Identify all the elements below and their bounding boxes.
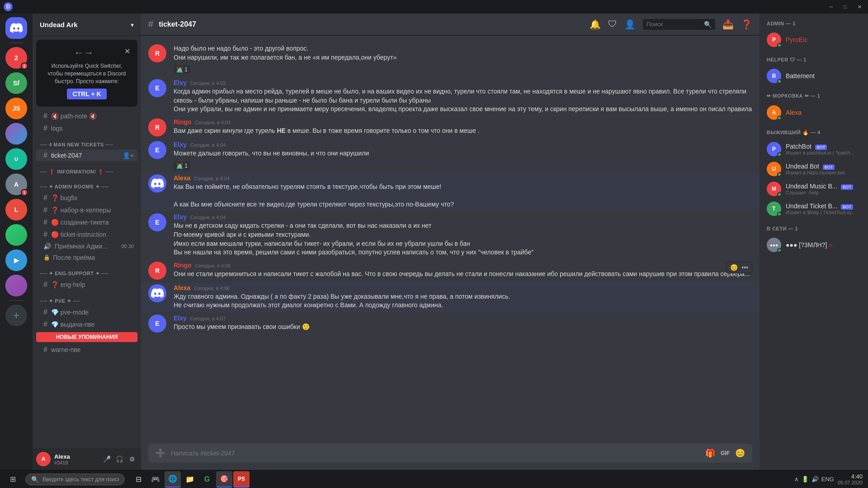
server-header[interactable]: Undead Ark ▾ [33,14,141,36]
server-icon-sf[interactable]: Sf [5,72,27,94]
channel-item-pve-mode[interactable]: # 💎 pve-mode [36,306,137,318]
user-avatar-letter: A [42,456,46,462]
message-text-input[interactable] [171,450,700,457]
member-item-patchbot[interactable]: P PatchBot BOT Играет в patchbot.io | ?p… [763,139,864,159]
member-display-alexa: Alexa [786,109,802,116]
server-icon-img[interactable] [5,224,27,246]
bell-icon[interactable]: 🔔 [590,19,601,30]
system-clock[interactable]: 4:40 05.07.2020 [838,473,863,485]
server-icon-1[interactable]: 2 2 [5,47,27,69]
quick-switcher-tooltip: ✕ ←→ Используйте Quick Switcher, чтобы п… [36,40,137,107]
taskbar-app-explorer[interactable]: 📁 [182,471,198,488]
members-section-vseti: В СЕТИ — 1 ●●● ●●● [?3МЛН?] ⚠ [763,226,864,255]
member-item-battement[interactable]: B Battement [763,66,864,86]
category-4man[interactable]: ── 4 MAN NEW TICKETS ── [33,135,141,149]
category-pve[interactable]: ── ✦ PVE ✦ ── [33,291,141,306]
tray-battery[interactable]: 🔋 [802,476,809,483]
server-icon-var[interactable] [5,275,27,296]
inbox-icon[interactable]: 📥 [722,19,734,30]
category-eng-support[interactable]: ── ✦ ENG-SUPPORT ✦ ── [33,263,141,278]
quick-switcher-close[interactable]: ✕ [124,47,130,56]
member-display-undead-music-bot: Undead Music B... [786,183,837,190]
message-header-ringo-1: Ringo Сегодня, в 4:04 [174,118,752,126]
taskbar-app-view[interactable]: ⊟ [130,471,146,488]
server-icon-play[interactable]: ▶ [5,249,27,271]
avatar-patchbot: P [767,142,781,156]
react-button[interactable]: 😊 [729,263,739,272]
server-icon-undead[interactable]: U [5,148,27,170]
taskbar-app-discord[interactable]: 🎯 [216,471,232,488]
add-attachment-icon[interactable]: ➕ [156,448,165,458]
channel-search[interactable]: 🔍 [643,19,715,30]
member-name-pyroeic: PyrоEic [786,36,807,43]
channel-item-logs[interactable]: # logs [36,122,137,134]
shield-icon[interactable]: 🛡 [608,19,617,29]
avatar-undead-bot: U [767,162,781,176]
channel-item-ticket-instruction[interactable]: # 🔴 ticket-instruction [36,229,137,240]
member-item-undead-bot[interactable]: U Undead Bot BOT Играет в https://junipe… [763,159,864,179]
server-icon-purple[interactable] [5,123,27,145]
taskbar-app-g[interactable]: G [199,471,215,488]
text-alexa-1: Как Вы не поймёте, не обязательно туреля… [174,183,752,209]
tray-icons: ∧ 🔋 🔊 ENG [794,476,834,483]
channel-item-priemnaya[interactable]: 🔊 Приёмная Адми... 00 30 [36,241,137,252]
emoji-icon[interactable]: 😊 [735,448,745,458]
message-content-alexa-2: Alexa Сегодня, в 4:06 Жду главного админ… [174,284,752,310]
message-content-elxy-2: Elxy Сегодня, в 4:04 Можете дальше говор… [174,141,752,170]
avatar-undead-music-bot: M [767,182,781,196]
category-admin-rooms[interactable]: ── ✦ ADMIN ROOMS ✦ ── [33,177,141,192]
taskbar-app-game[interactable]: 🎮 [147,471,164,488]
channel-item-warne[interactable]: # warne-пве [36,344,137,356]
add-server-button[interactable]: + [5,305,27,326]
mute-button[interactable]: 🎤 [101,454,112,465]
server-icon-js[interactable]: JS [5,98,27,119]
minimize-button[interactable]: ─ [827,3,836,11]
tray-chevron[interactable]: ∧ [794,476,799,483]
members-icon[interactable]: 👤 [624,19,636,30]
taskbar-search-box[interactable]: 🔍 [25,474,125,485]
member-item-online-user[interactable]: ●●● ●●● [?3МЛН?] ⚠ [763,235,864,255]
settings-button[interactable]: ⚙ [127,454,137,465]
reaction-1[interactable]: 🧑‍💻 1 [174,66,190,74]
server-icon-with-badge[interactable]: A 1 [5,174,27,195]
member-item-alexa[interactable]: A Alexa [763,103,864,122]
notification-bar[interactable]: НОВЫЕ УПОМИНАНИЯ [36,332,137,342]
maximize-button[interactable]: □ [841,3,849,11]
gift-icon[interactable]: 🎁 [705,448,715,458]
deafen-button[interactable]: 🎧 [114,454,125,465]
tray-sound[interactable]: 🔊 [811,476,819,483]
user-info: Alexa #3418 [54,453,98,465]
more-actions-button[interactable]: ••• [741,263,749,272]
main-app: 2 2 Sf JS U A 1 L ▶ + Undead Ark ▾ [0,14,868,470]
member-item-undead-music-bot[interactable]: M Undead Music B... BOT Слушает -help [763,179,864,199]
add-member-icon[interactable]: 👤+ [123,152,134,159]
reaction-2[interactable]: 🧑‍💻 1 [174,162,190,170]
channel-item-vydacha[interactable]: # 💎 выдача-пве [36,319,137,330]
tray-lang[interactable]: ENG [821,476,834,483]
gif-icon[interactable]: GIF [721,450,730,456]
category-information[interactable]: ── ❗ INFORMATION! ❗ ── [33,162,141,177]
server-separator-2 [9,300,24,301]
channel-item-eng-help[interactable]: # ❓ eng-help [36,279,137,291]
windows-start-button[interactable]: ⊞ [5,472,20,487]
close-button[interactable]: ✕ [855,3,864,11]
channel-item-path-note[interactable]: # 🔇 path-note 🔇 [36,110,137,122]
server-icon-discord-home[interactable] [5,17,27,39]
taskbar-search-input[interactable] [42,476,119,483]
channel-item-posle[interactable]: 🔒 После приёма [36,252,137,263]
member-item-undead-ticket-bot[interactable]: T Undead Ticket B... BOT Играет в $help … [763,199,864,219]
server-name: Undead Ark [40,21,78,28]
taskbar-app-chrome[interactable]: 🌐 [165,471,181,488]
member-item-pyroeic[interactable]: P PyrоEic [763,30,864,50]
author-elxy-2: Elxy [174,141,187,148]
text-ringo-2: Они не стали церемониться и написали тик… [174,270,752,279]
help-icon[interactable]: ❓ [741,19,752,30]
search-input[interactable] [646,21,701,28]
channel-item-ticket-2047[interactable]: # ticket-2047 👤+ [36,150,137,161]
taskbar-app-ps[interactable]: PS [233,471,250,488]
server-icon-l[interactable]: L [5,199,27,221]
channel-item-sozdanie[interactable]: # 🔴 создание-тикета [36,216,137,228]
channel-item-nabor[interactable]: # ❓ набор-в-хелперы [36,204,137,216]
channel-item-bugfix[interactable]: # ❓ bugfix [36,192,137,204]
message-header-elxy-1: Elxy Сегодня, в 4:03 [174,79,752,86]
